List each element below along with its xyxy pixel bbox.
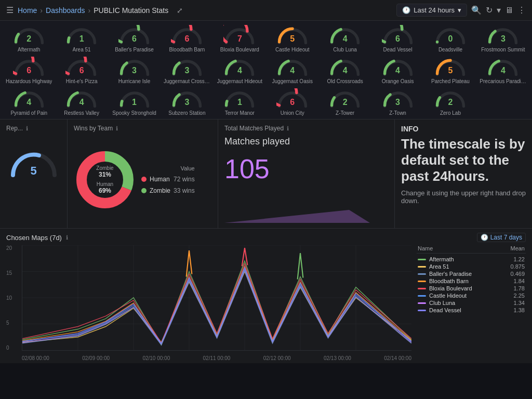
- legend-row-3: Bloodbath Barn 1.84: [417, 277, 526, 285]
- more-icon[interactable]: ⋮: [517, 5, 526, 15]
- gauge-wrap: 6: [171, 25, 203, 46]
- wins-legend: Value Human 72 wins Zombie 33 wins: [141, 165, 195, 194]
- human-wins: 72 wins: [174, 176, 195, 183]
- legend-name-1: Area 51: [429, 263, 501, 270]
- gauge-value: 3: [395, 98, 400, 107]
- legend-mean-4: 1.78: [504, 285, 525, 291]
- gauge-value: 1: [79, 34, 84, 44]
- gauge-value: 5: [448, 66, 453, 75]
- x-label-0209: 02/09 00:00: [82, 355, 110, 361]
- wins-panel: Wins by Team ℹ Zombie 31% Human 69%: [68, 119, 218, 228]
- legend-name-4: Bloxia Boulevard: [429, 285, 501, 291]
- time-chevron-icon: ▾: [458, 6, 461, 14]
- gauge-cell-area-51: 1 Area 51: [56, 23, 107, 54]
- panels-row: Rep... ℹ 5 Wins by Team ℹ: [0, 119, 532, 228]
- info-title: INFO: [401, 125, 526, 133]
- breadcrumb-sep2: ›: [88, 6, 91, 15]
- gauge-label: Z-Town: [389, 110, 406, 116]
- gauge-wrap: 4: [223, 57, 256, 77]
- chevron-down-icon[interactable]: ▾: [497, 5, 501, 15]
- gauge-value: 3: [132, 66, 137, 75]
- gauge-value: 2: [343, 98, 348, 107]
- refresh-icon[interactable]: ↻: [486, 5, 493, 15]
- chart-time-badge[interactable]: 🕐 Last 7 days: [477, 233, 526, 242]
- gauge-value: 4: [343, 66, 348, 75]
- rep-value: 5: [30, 164, 36, 178]
- legend-mean-7: 1.38: [504, 307, 525, 313]
- wins-info-icon[interactable]: ℹ: [116, 125, 118, 132]
- gauge-cell-pyramid-of-pain: 4 Pyramid of Pain: [3, 86, 55, 117]
- legend-mean-0: 1.22: [504, 256, 525, 262]
- gauge-cell-hazardous-highway: 6 Hazardous Highway: [3, 55, 55, 85]
- screen-icon[interactable]: 🖥: [505, 6, 513, 15]
- gauge-wrap: 6: [65, 57, 98, 77]
- breadcrumb-sep1: ›: [40, 6, 43, 15]
- gauge-cell-terror-manor: 1 Terror Manor: [214, 86, 265, 117]
- matches-info-icon[interactable]: ℹ: [287, 125, 289, 132]
- breadcrumb-dashboards[interactable]: Dashboards: [46, 6, 85, 15]
- gauge-cell-dead-vessel: 6 Dead Vessel: [372, 23, 423, 54]
- legend-row-7: Dead Vessel 1.38: [417, 307, 526, 314]
- gauge-value: 6: [395, 34, 400, 44]
- time-clock-icon: 🕐: [402, 6, 410, 14]
- matches-panel: Total Matches Played ℹ Matches played 10…: [218, 119, 395, 228]
- svg-marker-2: [224, 210, 370, 223]
- legend-name-6: Club Luna: [429, 300, 501, 306]
- legend-line-7: [418, 310, 426, 311]
- share-icon[interactable]: ⤢: [177, 6, 183, 15]
- gauge-value: 6: [26, 66, 31, 75]
- donut-zombie-pct: 31%: [96, 171, 113, 178]
- zombie-dot: [141, 188, 147, 193]
- chart-info-icon[interactable]: ℹ: [66, 234, 68, 241]
- legend-mean-3: 1.84: [504, 278, 525, 284]
- gauge-label: Deadsville: [438, 47, 462, 52]
- gauge-row-2: 4 Pyramid of Pain 4 Restless Valley: [3, 86, 529, 117]
- breadcrumb-home[interactable]: Home: [18, 6, 37, 15]
- gauge-label: Parched Plateau: [431, 78, 470, 84]
- chart-title: Chosen Maps (7d): [6, 234, 62, 242]
- info-heading: The timescale is by default set to the p…: [401, 136, 526, 185]
- gauge-wrap: 6: [382, 25, 414, 46]
- topnav-right: 🕐 Last 24 hours ▾ 🔍 ↻ ▾ 🖥 ⋮: [396, 4, 526, 17]
- gauge-wrap: 4: [276, 57, 309, 77]
- gauge-label: Union City: [281, 110, 304, 116]
- gauge-wrap: 3: [487, 25, 519, 46]
- gauge-value: 3: [184, 66, 189, 75]
- legend-mean-header: Mean: [510, 245, 525, 251]
- gauge-cell-restless-valley: 4 Restless Valley: [56, 86, 107, 117]
- gauge-wrap: 7: [223, 25, 256, 46]
- gauge-wrap: 3: [171, 88, 203, 109]
- gauge-value: 4: [343, 34, 348, 44]
- gauge-wrap: 6: [276, 88, 309, 109]
- y-label-10: 10: [6, 295, 12, 301]
- gauge-value: 0: [448, 34, 453, 44]
- gauge-wrap: 3: [382, 88, 414, 109]
- gauge-label: Bloxia Boulevard: [220, 47, 259, 52]
- gauge-row-1: 6 Hazardous Highway 6 Hint-e's Pizza: [3, 55, 529, 85]
- hamburger-icon[interactable]: ☰: [6, 5, 14, 15]
- legend-name-5: Castle Hideout: [429, 292, 501, 299]
- matches-label: Matches played: [224, 136, 388, 147]
- gauge-cell-castle-hideout: 5 Castle Hideout: [267, 23, 318, 54]
- gauge-label: Zero Lab: [440, 110, 461, 116]
- donut-human-label: Human: [96, 181, 113, 187]
- zoom-out-icon[interactable]: 🔍: [471, 5, 482, 15]
- legend-line-1: [418, 266, 426, 268]
- gauge-wrap: 4: [329, 57, 361, 77]
- rep-info-icon[interactable]: ℹ: [26, 125, 28, 132]
- gauge-value: 4: [26, 98, 31, 107]
- gauge-label: Hurricane Isle: [118, 78, 151, 84]
- donut-zombie-label: Zombie: [96, 165, 113, 171]
- legend-name-0: Aftermath: [429, 256, 501, 262]
- gauge-cell-hint-e-s-pizza: 6 Hint-e's Pizza: [56, 55, 107, 85]
- legend-name-3: Bloodbath Barn: [429, 278, 501, 284]
- donut-human-pct: 69%: [96, 187, 113, 194]
- gauge-label: Aftermath: [18, 47, 40, 52]
- gauge-label: Juggernaut Crossr...: [164, 78, 210, 84]
- gauge-cell-union-city: 6 Union City: [267, 86, 318, 117]
- gauge-cell-precarious-paradise: 4 Precarious Paradise: [477, 55, 529, 85]
- time-picker[interactable]: 🕐 Last 24 hours ▾: [396, 4, 467, 17]
- human-label: Human: [150, 176, 170, 183]
- gauge-cell-frostmoon-summit: 3 Frostmoon Summit: [477, 23, 529, 54]
- y-label-5: 5: [6, 320, 12, 326]
